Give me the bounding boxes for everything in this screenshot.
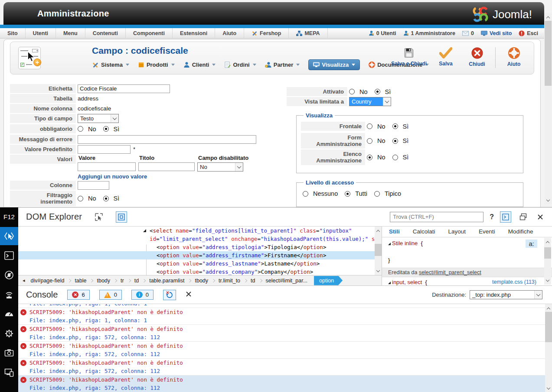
filtraggio-no-radio[interactable] xyxy=(78,196,83,201)
rule-source-link[interactable]: template.css (113) xyxy=(492,279,536,285)
dom-line-selected[interactable]: <option value="address_firstname">Firstn… xyxy=(18,251,382,259)
info-count-badge[interactable]: i 0 xyxy=(131,290,154,300)
tab-stili[interactable]: Stili xyxy=(389,228,400,235)
tab-layout[interactable]: Layout xyxy=(448,228,466,235)
tab-modifiche[interactable]: Modifiche xyxy=(508,228,533,235)
elenco-amministrazione-si-radio[interactable] xyxy=(392,155,398,160)
network-tab-icon[interactable] xyxy=(0,285,18,304)
breadcrumb-item[interactable]: table xyxy=(71,278,90,284)
breadcrumb-item[interactable]: select#limit_par... xyxy=(262,278,312,284)
destination-select[interactable]: _top: index.php xyxy=(470,290,542,299)
campo-disabilitato-select[interactable]: No xyxy=(197,162,243,172)
dom-tree[interactable]: <select name="field_options[limit_to_par… xyxy=(18,227,382,275)
obbligatorio-si-radio[interactable] xyxy=(103,126,109,132)
dom-line[interactable]: <option value="address_lastname">Lastnam… xyxy=(18,259,382,268)
scroll-down-arrow[interactable] xyxy=(375,268,382,275)
dom-line[interactable]: <select name="field_options[limit_to_par… xyxy=(18,227,382,235)
elenco-amministrazione-no-radio[interactable] xyxy=(367,155,372,160)
colonne-input[interactable] xyxy=(78,181,109,190)
close-devtools-icon[interactable] xyxy=(535,211,546,223)
scrollbar-thumb[interactable] xyxy=(545,312,552,342)
breadcrumb-item[interactable]: div#page-field xyxy=(27,278,69,284)
close-button[interactable]: Chiudi xyxy=(461,46,493,68)
dom-explorer-tab-icon[interactable] xyxy=(0,227,18,245)
console-error-message[interactable]: ✕ SCRIPT5009: 'hikashopLoadParent' non è… xyxy=(18,358,552,375)
hikashop-menu-ordini[interactable]: Ordini xyxy=(224,62,256,68)
breadcrumb-back-icon[interactable]: ◂ xyxy=(20,278,27,283)
console-error-message[interactable]: ✕ SCRIPT5009: 'hikashopLoadParent' non è… xyxy=(18,324,552,341)
add-value-link[interactable]: Aggiungi un nuovo valore xyxy=(78,173,147,180)
expand-arrow-icon[interactable] xyxy=(388,243,391,245)
scroll-up-arrow[interactable] xyxy=(545,13,552,20)
console-error-message[interactable]: ✕ SCRIPT5009: 'hikashopLoadParent' non è… xyxy=(18,308,552,324)
filtraggio-si-radio[interactable] xyxy=(103,196,109,201)
clear-on-navigate-button[interactable] xyxy=(163,290,176,300)
scroll-down-arrow[interactable] xyxy=(545,385,552,392)
profiler-tab-icon[interactable] xyxy=(0,324,18,343)
console-tab-icon[interactable] xyxy=(0,246,18,265)
clear-console-button[interactable] xyxy=(186,291,192,299)
vista-limitata-select[interactable]: Country xyxy=(349,97,391,106)
tipo-di-campo-select[interactable]: Testo xyxy=(78,114,119,123)
console-file-line-partial[interactable]: File: index.php, riga: 1, colonna: 1 xyxy=(18,304,552,308)
view-site-link[interactable]: Vedi sito xyxy=(481,30,512,36)
find-input[interactable] xyxy=(390,212,483,222)
scrollbar-thumb[interactable] xyxy=(375,244,382,256)
menu-item-menu[interactable]: Menu xyxy=(56,28,85,38)
open-console-button[interactable] xyxy=(500,211,511,223)
scroll-up-arrow[interactable] xyxy=(545,304,552,311)
accesso-tipico-radio[interactable] xyxy=(374,191,380,197)
breadcrumb-item-active[interactable]: option xyxy=(314,276,343,285)
accesso-tutti-radio[interactable] xyxy=(345,191,350,197)
menu-item-sito[interactable]: Sito xyxy=(0,28,26,38)
styles-scrollbar[interactable] xyxy=(544,238,551,285)
hikashop-menu-sistema[interactable]: Sistema xyxy=(92,62,129,68)
tab-calcolati[interactable]: Calcolati xyxy=(413,228,435,235)
frontale-si-radio[interactable] xyxy=(392,123,398,129)
debugger-tab-icon[interactable] xyxy=(0,266,18,284)
select-element-icon[interactable] xyxy=(93,211,105,223)
emulation-tab-icon[interactable] xyxy=(0,363,18,382)
save-button[interactable]: Salva xyxy=(430,46,461,68)
breadcrumb-item[interactable]: tr xyxy=(117,278,128,284)
attivato-no-radio[interactable] xyxy=(349,89,355,94)
console-error-message[interactable]: ✕ SCRIPT5009: 'hikashopLoadParent' non è… xyxy=(18,341,552,358)
unpin-window-icon[interactable] xyxy=(517,211,529,223)
etichetta-input[interactable] xyxy=(78,84,170,93)
menu-item-fershop[interactable]: Fershop xyxy=(244,28,289,38)
obbligatorio-no-radio[interactable] xyxy=(78,126,83,132)
form-amministrazione-no-radio[interactable] xyxy=(367,138,372,144)
hikashop-menu-prodotti[interactable]: Prodotti xyxy=(138,62,175,68)
breadcrumb-item[interactable]: tbody xyxy=(191,278,212,284)
breadcrumb-item[interactable]: td xyxy=(131,278,143,284)
breadcrumb-item[interactable]: tbody xyxy=(93,278,114,284)
dom-line[interactable]: <option value="address_tipologia">Tipolo… xyxy=(18,243,382,251)
breadcrumb-item[interactable]: td xyxy=(247,278,259,284)
dom-line[interactable]: id="limit_parent_select" onchange="hikas… xyxy=(18,235,382,243)
memory-tab-icon[interactable] xyxy=(0,344,18,362)
error-count-badge[interactable]: ✕ 6 xyxy=(67,290,89,300)
help-button[interactable]: Aiuto xyxy=(498,46,529,68)
ui-responsiveness-tab-icon[interactable] xyxy=(0,305,18,323)
menu-item-utenti[interactable]: Utenti xyxy=(26,28,56,38)
scroll-down-arrow[interactable] xyxy=(544,277,551,285)
logout-link[interactable]: Esci xyxy=(519,30,538,36)
attivato-si-radio[interactable] xyxy=(375,89,380,94)
breadcrumb-item[interactable]: tr.limit_to xyxy=(215,278,244,284)
add-rule-button[interactable]: a: xyxy=(526,240,537,248)
hikashop-menu-clienti[interactable]: Clienti xyxy=(183,62,216,68)
hikashop-menu-visualizza[interactable]: Visualizza xyxy=(308,59,360,70)
menu-item-estensioni[interactable]: Estensioni xyxy=(173,28,215,38)
scrollbar-thumb[interactable] xyxy=(544,247,551,259)
breadcrumb-item[interactable]: table.paramlist xyxy=(145,278,188,284)
dom-tree-scrollbar[interactable] xyxy=(375,227,382,275)
accesso-nessuno-radio[interactable] xyxy=(303,191,308,197)
devtools-help-button[interactable]: ? xyxy=(490,213,494,221)
save-close-button[interactable]: Salva e Chiudi xyxy=(388,46,430,68)
inherited-selector-link[interactable]: select#limit_parent_select xyxy=(419,269,481,275)
page-scrollbar[interactable] xyxy=(545,13,552,204)
hikashop-menu-partner[interactable]: Partner xyxy=(265,62,300,68)
console-error-message-selected[interactable]: ✕ SCRIPT5009: 'hikashopLoadParent' non è… xyxy=(18,375,552,392)
scroll-down-arrow[interactable] xyxy=(545,197,552,204)
form-amministrazione-si-radio[interactable] xyxy=(392,138,398,144)
